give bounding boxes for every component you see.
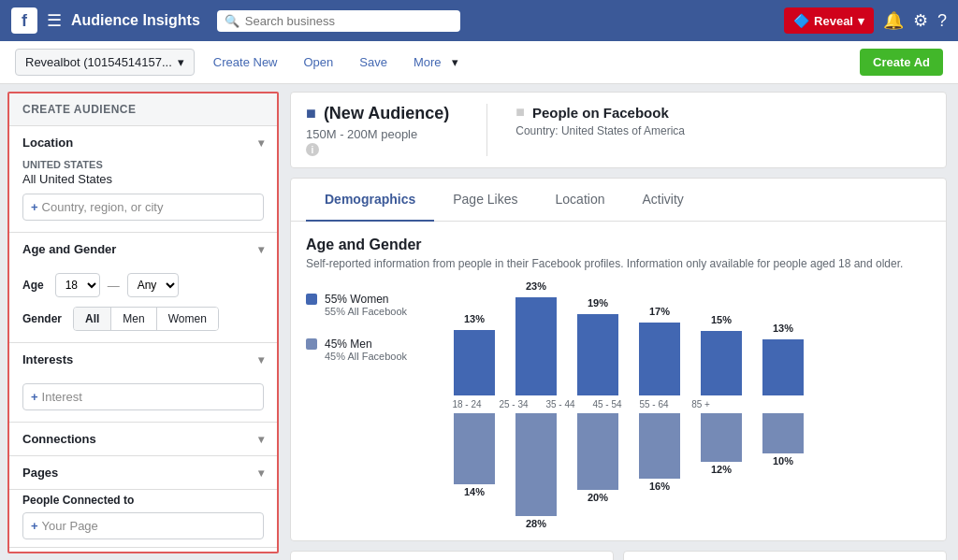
women-legend-text: 55% Women 55% All Facebook (325, 293, 407, 317)
audience-info-row: i (306, 143, 449, 156)
audience-title: (New Audience) (324, 104, 449, 123)
relationship-status-card: Relationship Status Self-reported data f… (290, 551, 614, 560)
people-connected-input[interactable]: + Your Page (22, 512, 264, 539)
age-to-select[interactable]: Any (127, 273, 179, 297)
men-bar-85-plus: 10% (755, 413, 811, 467)
women-pct-25-34: 23% (526, 280, 546, 292)
notifications-icon[interactable]: 🔔 (883, 10, 904, 31)
topnav-right-actions: 🔷 Reveal ▾ 🔔 ⚙ ? (784, 7, 947, 34)
audience-selector-chevron-icon: ▾ (178, 55, 184, 69)
main-layout: CREATE AUDIENCE Location ▾ UNITED STATES… (0, 84, 958, 560)
help-icon[interactable]: ? (937, 11, 947, 31)
age-gender-section: Age and Gender Self-reported information… (306, 237, 931, 525)
women-bar-35-44-rect (577, 314, 618, 395)
top-navigation: f ☰ Audience Insights 🔍 🔷 Reveal ▾ 🔔 ⚙ ? (0, 0, 958, 41)
men-bar-25-34: 28% (508, 413, 564, 529)
men-bar-85-plus-rect (762, 413, 804, 453)
tabs-header: Demographics Page Likes Location Activit… (291, 179, 946, 222)
main-content: ■ (New Audience) 150M - 200M people i ■ … (279, 84, 958, 560)
pages-chevron-icon: ▾ (258, 467, 264, 480)
audience-count: 150M - 200M people (306, 127, 449, 141)
tabs-content: Age and Gender Self-reported information… (291, 222, 946, 540)
connections-chevron-icon: ▾ (258, 433, 264, 446)
pages-section-header[interactable]: Pages ▾ (9, 456, 277, 489)
sidebar-section-location: Location ▾ UNITED STATES All United Stat… (9, 126, 277, 233)
women-bar-25-34: 23% (508, 297, 564, 395)
us-value: All United States (22, 172, 264, 186)
men-bar-18-24: 14% (446, 413, 502, 497)
toolbar: Revealbot (10154514157... ▾ Create New O… (0, 41, 958, 84)
tab-demographics[interactable]: Demographics (306, 179, 434, 222)
audience-name: ■ (New Audience) (306, 104, 449, 123)
plus-icon: + (31, 200, 38, 214)
settings-icon[interactable]: ⚙ (913, 10, 928, 31)
gender-men-button[interactable]: Men (111, 308, 156, 330)
save-button[interactable]: Save (352, 50, 395, 75)
reveal-button[interactable]: 🔷 Reveal ▾ (784, 7, 874, 34)
gender-all-button[interactable]: All (74, 308, 111, 330)
men-pct-55-64: 12% (711, 464, 732, 475)
chart-legend: 55% Women 55% All Facebook 45% Men 45% A… (306, 283, 428, 525)
sidebar-section-pages: Pages ▾ (9, 456, 277, 490)
age-label-18-24: 18 - 24 (446, 399, 487, 409)
page-placeholder-1: Your Page (42, 519, 98, 533)
open-button[interactable]: Open (297, 50, 341, 75)
legend-women: 55% Women 55% All Facebook (306, 293, 428, 317)
age-label: Age (22, 279, 44, 292)
people-not-connected-label: People Not Connected to (22, 552, 264, 553)
more-dropdown[interactable]: More ▾ (406, 50, 458, 75)
age-label-25-34: 25 - 34 (493, 399, 534, 409)
tab-activity[interactable]: Activity (623, 179, 702, 222)
create-ad-button[interactable]: Create Ad (860, 49, 943, 76)
men-label: 45% Men (325, 337, 407, 351)
sidebar-section-age-gender: Age and Gender ▾ Age 18 — Any Gender (9, 233, 277, 343)
tab-page-likes[interactable]: Page Likes (434, 179, 536, 222)
interests-section-header[interactable]: Interests ▾ (9, 343, 277, 376)
women-pct-35-44: 19% (588, 297, 608, 309)
women-pct-55-64: 15% (711, 314, 732, 325)
more-button[interactable]: More (406, 50, 449, 75)
sidebar-section-people-not-connected: People Not Connected to + Your Page (9, 548, 277, 553)
connections-section-header[interactable]: Connections ▾ (9, 423, 277, 455)
gender-women-button[interactable]: Women (157, 308, 218, 330)
us-label: UNITED STATES (22, 159, 264, 170)
chart-bars-area: 13% 23% (446, 283, 931, 525)
location-label: Location (22, 136, 73, 150)
sidebar-title: CREATE AUDIENCE (9, 93, 277, 126)
men-bar-25-34-rect (515, 413, 557, 516)
reveal-chevron-icon: ▾ (858, 14, 864, 28)
facebook-logo[interactable]: f (11, 7, 37, 34)
connections-label: Connections (22, 432, 96, 446)
tab-location[interactable]: Location (537, 179, 624, 222)
audience-selector[interactable]: Revealbot (10154514157... ▾ (15, 49, 195, 76)
men-color-swatch (306, 338, 317, 350)
create-new-button[interactable]: Create New (206, 50, 285, 75)
search-input[interactable] (245, 14, 453, 28)
age-gender-section-header[interactable]: Age and Gender ▾ (9, 233, 277, 266)
women-pct-45-54: 17% (649, 306, 670, 317)
men-bar-55-64-rect (701, 413, 742, 462)
men-bar-45-54-rect (639, 413, 680, 479)
men-pct-45-54: 16% (649, 481, 670, 492)
age-from-select[interactable]: 18 (55, 273, 100, 297)
gender-label: Gender (22, 312, 62, 325)
education-level-card: Education Level The highest level of edu… (623, 551, 947, 560)
hamburger-icon[interactable]: ☰ (47, 10, 62, 31)
people-on-facebook-section: ■ People on Facebook Country: United Sta… (486, 104, 685, 156)
age-gender-body: Age 18 — Any Gender All Men Women (9, 266, 277, 342)
age-label-45-54: 45 - 54 (587, 399, 628, 409)
people-connected-body: People Connected to + Your Page (9, 490, 277, 547)
sidebar-section-people-connected: People Connected to + Your Page (9, 490, 277, 548)
location-section-body: UNITED STATES All United States + Countr… (9, 159, 277, 232)
location-section-header[interactable]: Location ▾ (9, 126, 277, 159)
audience-header: ■ (New Audience) 150M - 200M people i ■ … (290, 92, 947, 168)
location-input-field[interactable]: + Country, region, or city (22, 194, 264, 221)
men-pct-25-34: 28% (526, 518, 546, 529)
age-labels-row: 18 - 24 25 - 34 35 - 44 45 - 54 55 - 64 … (446, 399, 931, 409)
demographics-tabs-container: Demographics Page Likes Location Activit… (290, 178, 947, 541)
interest-input-field[interactable]: + Interest (22, 383, 264, 410)
age-label-85-plus: 85 + (680, 399, 721, 409)
interests-label: Interests (22, 352, 73, 366)
reveal-label: Reveal (814, 14, 853, 28)
women-bar-85-plus: 13% (755, 339, 811, 395)
